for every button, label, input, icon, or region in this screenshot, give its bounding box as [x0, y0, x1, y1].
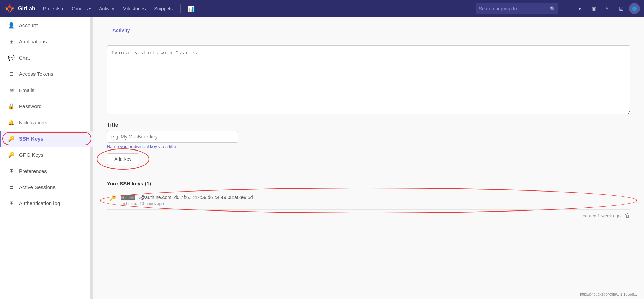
sidebar: 👤 Account ⊞ Applications 💬 Chat ⊡ Access…: [0, 17, 93, 299]
monitor-icon: 🖥: [8, 184, 15, 190]
bar-chart-icon[interactable]: 📊: [185, 2, 197, 15]
preferences-icon: ⊞: [8, 168, 15, 174]
gpg-key-icon: 🔑: [8, 152, 15, 158]
tab-activity[interactable]: Activity: [107, 24, 136, 37]
sidebar-item-label: SSH Keys: [19, 136, 43, 142]
sidebar-item-applications[interactable]: ⊞ Applications: [0, 33, 93, 50]
plus-icon[interactable]: ＋: [560, 2, 572, 15]
sidebar-item-gpg-keys[interactable]: 🔑 GPG Keys: [0, 147, 93, 163]
sidebar-item-active-sessions[interactable]: 🖥 Active Sessions: [0, 179, 93, 195]
sidebar-item-access-tokens[interactable]: ⊡ Access Tokens: [0, 66, 93, 82]
svg-marker-0: [8, 4, 12, 8]
ssh-keys-title: Your SSH keys (1): [107, 181, 630, 186]
search-icon: 🔍: [550, 6, 555, 11]
sidebar-item-preferences[interactable]: ⊞ Preferences: [0, 163, 93, 179]
merge-request-icon[interactable]: ⑂: [601, 2, 614, 15]
ssh-key-created: created 1 week ago: [582, 213, 621, 218]
sidebar-item-label: Account: [19, 22, 38, 28]
sidebar-item-label: Active Sessions: [19, 184, 56, 190]
ssh-key-footer: created 1 week ago 🗑: [107, 213, 630, 219]
main-content: Activity Title Name your individual key …: [93, 17, 644, 299]
avatar[interactable]: 🌐: [629, 3, 640, 14]
sidebar-item-label: Notifications: [19, 120, 47, 125]
search-bar[interactable]: 🔍: [476, 3, 558, 14]
sidebar-item-ssh-keys[interactable]: 🔑 SSH Keys: [0, 131, 93, 147]
ssh-key-last-used: last used: 10 hours ago: [121, 201, 616, 206]
sidebar-item-authentication-log[interactable]: ⊞ Authentication log: [0, 195, 93, 211]
email-icon: ✉: [8, 87, 15, 93]
sidebar-item-password[interactable]: 🔒 Password: [0, 98, 93, 114]
logo[interactable]: GitLab: [4, 3, 36, 14]
sidebar-item-label: GPG Keys: [19, 152, 43, 158]
url-hint: http://bitbucket/profile/1.1.18568...: [580, 292, 637, 296]
sidebar-item-account[interactable]: 👤 Account: [0, 17, 93, 33]
logo-text: GitLab: [18, 6, 36, 12]
nav-divider: [180, 4, 181, 13]
page-tabs: Activity: [107, 24, 630, 37]
ssh-keys-section: Your SSH keys (1) 🔑 ▓▓▓▓ ...@authine.com…: [107, 175, 630, 219]
log-icon: ⊞: [8, 200, 15, 206]
ssh-key-entry-wrapper: 🔑 ▓▓▓▓ ...@authine.com d0:7f:6...:47:59:…: [107, 191, 630, 210]
user-icon: 👤: [8, 22, 15, 29]
panel-icon[interactable]: ▣: [587, 2, 600, 15]
token-icon: ⊡: [8, 71, 15, 77]
chevron-down-icon: ▾: [62, 7, 63, 11]
sidebar-item-chat[interactable]: 💬 Chat: [0, 50, 93, 66]
issues-icon[interactable]: ☑: [615, 2, 627, 15]
sidebar-item-notifications[interactable]: 🔔 Notifications: [0, 114, 93, 131]
sidebar-item-label: Chat: [19, 55, 30, 61]
ssh-key-entry: 🔑 ▓▓▓▓ ...@authine.com d0:7f:6...:47:59:…: [107, 191, 630, 210]
sidebar-item-label: Password: [19, 103, 42, 109]
chevron-down-icon[interactable]: ▾: [574, 2, 586, 15]
nav-activity[interactable]: Activity: [96, 4, 118, 13]
sidebar-item-label: Authentication log: [19, 200, 60, 206]
ssh-key-textarea[interactable]: [107, 45, 630, 114]
chevron-down-icon: ▾: [89, 7, 91, 11]
nav-groups[interactable]: Groups ▾: [68, 4, 94, 13]
key-entry-icon: 🔑: [110, 195, 116, 201]
bell-icon: 🔔: [8, 119, 15, 126]
sidebar-item-label: Access Tokens: [19, 71, 53, 77]
ssh-keys-highlight-circle: [2, 132, 91, 145]
search-input[interactable]: [479, 6, 548, 11]
delete-key-icon[interactable]: 🗑: [625, 213, 630, 219]
title-input[interactable]: [107, 131, 238, 143]
helper-text: Name your individual key via a title: [107, 144, 630, 149]
add-key-button-wrapper: Add key: [107, 153, 139, 165]
key-icon: 🔑: [8, 135, 15, 142]
sidebar-item-label: Emails: [19, 87, 34, 93]
lock-icon: 🔒: [8, 103, 15, 110]
sidebar-item-label: Preferences: [19, 168, 47, 174]
sidebar-item-emails[interactable]: ✉ Emails: [0, 82, 93, 98]
nav-snippets[interactable]: Snippets: [150, 4, 176, 13]
sidebar-item-label: Applications: [19, 39, 47, 44]
nav-milestones[interactable]: Milestones: [119, 4, 149, 13]
ssh-key-email: ▓▓▓▓ ...@authine.com d0:7f:6...:47:59:d6…: [121, 195, 616, 200]
title-label: Title: [107, 122, 630, 128]
nav-projects[interactable]: Projects ▾: [40, 4, 67, 13]
add-key-button[interactable]: Add key: [107, 153, 139, 165]
topnav: GitLab Projects ▾ Groups ▾ Activity Mile…: [0, 0, 644, 17]
chat-icon: 💬: [8, 54, 15, 61]
grid-icon: ⊞: [8, 38, 15, 45]
